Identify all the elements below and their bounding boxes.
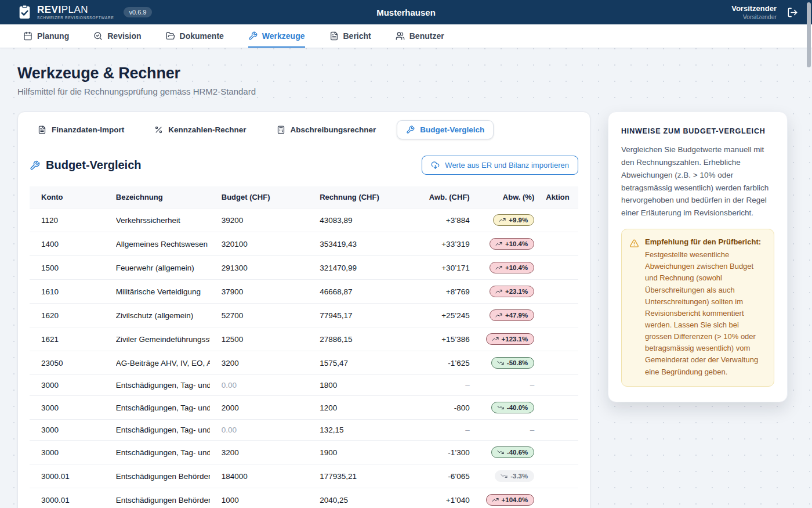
cell-abweichung-chf: +33’319 (412, 232, 476, 256)
cell-abweichung-pct: -50.8% (476, 351, 541, 375)
cell-abweichung-chf: -800 (412, 396, 476, 420)
cell-bezeichnung: Entschädigungen, Tag- und Sitzungsgelder (110, 396, 216, 420)
cell-bezeichnung: Feuerwehr (allgemein) (110, 256, 216, 280)
triangle-alert-icon (629, 239, 639, 248)
cell-budget: 0.00 (216, 420, 314, 441)
tool-tab-label: Kennzahlen-Rechner (168, 125, 246, 134)
cell-abweichung-pct: -3.3% (476, 464, 541, 488)
cell-abweichung-chf: – (412, 420, 476, 441)
cell-budget: 3200 (216, 351, 314, 375)
tool-tab-label: Finanzdaten-Import (52, 125, 124, 134)
cell-abweichung-chf: -1’300 (412, 441, 476, 464)
cell-konto: 1621 (30, 327, 110, 351)
cell-bezeichnung: Allgemeines Rechtswesen (110, 232, 216, 256)
cell-konto: 1120 (30, 208, 110, 232)
reviplan-logo-icon (17, 5, 32, 20)
cell-aktion (540, 351, 578, 375)
table-row: 3000 Entschädigungen, Tag- und Sitzungsg… (30, 441, 578, 464)
nav-tab-label: Revision (107, 31, 141, 41)
cell-abweichung-chf: +15’386 (412, 327, 476, 351)
cell-abweichung-pct: +10.4% (476, 232, 541, 256)
cell-abweichung-chf: +8’769 (412, 280, 476, 304)
trending-down-icon (497, 404, 504, 411)
calculator-icon (277, 125, 285, 134)
nav-tab-planung[interactable]: Planung (23, 24, 69, 48)
brand: REVIPLAN SCHWEIZER REVISIONSSOFTWARE (17, 5, 114, 20)
tool-tab-kennzahlen-rechner[interactable]: Kennzahlen-Rechner (145, 120, 255, 139)
cell-budget: 12500 (216, 327, 314, 351)
deviation-badge: +10.4% (490, 262, 534, 273)
import-values-button[interactable]: Werte aus ER und Bilanz importieren (422, 156, 578, 175)
nav-tab-werkzeuge[interactable]: Werkzeuge (248, 24, 305, 48)
tool-tabs: Finanzdaten-Import Kennzahlen-Rechner Ab… (18, 112, 590, 142)
budget-vergleich-card: Finanzdaten-Import Kennzahlen-Rechner Ab… (17, 111, 590, 508)
nav-tab-label: Dokumente (180, 31, 224, 41)
deviation-badge: -50.8% (491, 357, 534, 369)
wrench-icon (406, 125, 415, 134)
warning-triangle-icon (629, 238, 639, 248)
trending-up-icon (495, 240, 502, 247)
column-header: Aktion (540, 186, 578, 208)
nav-tab-label: Bericht (343, 31, 371, 41)
cell-konto: 3000 (30, 441, 110, 464)
deviation-badge: +104.0% (486, 494, 535, 506)
column-header: Budget (CHF) (216, 186, 314, 208)
cell-abweichung-pct: +104.0% (476, 488, 541, 508)
cell-abweichung-chf: +30’171 (412, 256, 476, 280)
tool-tab-budget-vergleich[interactable]: Budget-Vergleich (397, 120, 494, 139)
nav-tab-benutzer[interactable]: Benutzer (396, 24, 444, 48)
cell-bezeichnung: Entschädigungen Behörden, Kommissionen (110, 488, 216, 508)
cell-bezeichnung: Entschädigungen Behörden, Kommissionen (110, 464, 216, 488)
cell-budget: 291300 (216, 256, 314, 280)
trending-up-icon (492, 336, 499, 343)
brand-tagline: SCHWEIZER REVISIONSSOFTWARE (37, 16, 114, 20)
table-row: 1620 Zivilschutz (allgemein) 52700 77945… (30, 304, 578, 327)
cell-aktion (540, 464, 578, 488)
cell-aktion (540, 441, 578, 464)
cell-rechnung: 321470,99 (314, 256, 412, 280)
cell-abweichung-chf: +3’884 (412, 208, 476, 232)
cell-abweichung-pct: +47.9% (476, 304, 541, 327)
cell-konto: 1500 (30, 256, 110, 280)
top-bar: REVIPLAN SCHWEIZER REVISIONSSOFTWARE v0.… (0, 0, 812, 24)
trending-up-icon (495, 288, 502, 295)
cell-abweichung-pct: +10.4% (476, 256, 541, 280)
tool-tab-label: Abschreibungsrechner (291, 125, 376, 134)
cell-rechnung: 1900 (314, 441, 412, 464)
cell-budget: 39200 (216, 208, 314, 232)
cell-budget: 320100 (216, 232, 314, 256)
table-row: 3000.01 Entschädigungen Behörden, Kommis… (30, 488, 578, 508)
trending-up-icon (492, 496, 499, 503)
cell-rechnung: 46668,87 (314, 280, 412, 304)
cell-budget: 2000 (216, 396, 314, 420)
nav-tab-revision[interactable]: Revision (93, 24, 141, 48)
percent-icon (154, 125, 163, 134)
scrollbar-thumb[interactable] (807, 2, 811, 67)
cell-abweichung-pct: -40.6% (476, 441, 541, 464)
deviation-badge: -40.6% (491, 446, 534, 458)
table-row: 3000 Entschädigungen, Tag- und Sitzungsg… (30, 375, 578, 396)
trending-down-icon (501, 473, 507, 480)
cell-konto: 1610 (30, 280, 110, 304)
table-row: 1120 Verkehrssicherheit 39200 43083,89 +… (30, 208, 578, 232)
log-out-icon (787, 7, 798, 18)
column-header: Konto (30, 186, 110, 208)
tool-tab-finanzdaten-import[interactable]: Finanzdaten-Import (28, 120, 133, 139)
table-header-row: KontoBezeichnungBudget (CHF)Rechnung (CH… (30, 186, 578, 208)
cell-aktion (540, 280, 578, 304)
file-text-icon (38, 125, 46, 134)
cell-bezeichnung: Militärische Verteidigung (110, 280, 216, 304)
cell-rechnung: 43083,89 (314, 208, 412, 232)
nav-tab-dokumente[interactable]: Dokumente (166, 24, 224, 48)
cell-rechnung: 132,15 (314, 420, 412, 441)
deviation-badge: +123.1% (486, 333, 535, 345)
file-text-icon (329, 31, 339, 41)
nav-tab-bericht[interactable]: Bericht (329, 24, 371, 48)
logout-button[interactable] (786, 6, 799, 19)
hints-body: Vergleichen Sie Budgetwerte manuell mit … (621, 143, 774, 219)
cell-abweichung-pct: – (476, 420, 541, 441)
cell-aktion (540, 232, 578, 256)
tool-tab-abschreibungsrechner[interactable]: Abschreibungsrechner (267, 120, 386, 139)
wrench-icon (248, 31, 258, 41)
table-row: 1400 Allgemeines Rechtswesen 320100 3534… (30, 232, 578, 256)
